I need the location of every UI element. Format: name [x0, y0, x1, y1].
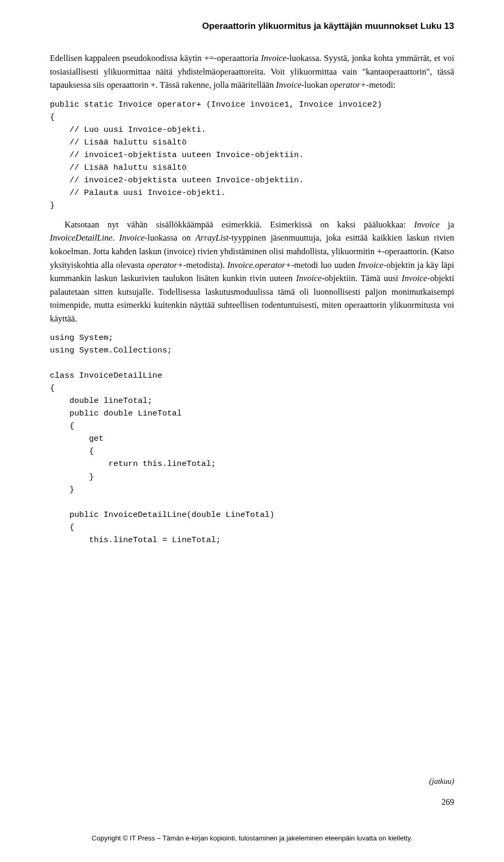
page-number: 269 — [442, 797, 454, 807]
text: -metodi: — [366, 80, 396, 90]
emphasis: Invoice — [358, 260, 384, 270]
emphasis: Invoice — [276, 80, 302, 90]
code-block-1: public static Invoice operator+ (Invoice… — [50, 98, 454, 212]
paragraph-1: Edellisen kappaleen pseudokoodissa käyti… — [50, 51, 454, 92]
emphasis: Invoice — [414, 220, 440, 230]
text: -metodista). — [183, 260, 227, 270]
text: -objektiin. Tämä uusi — [322, 273, 402, 283]
text: Katsotaan nyt vähän sisällökkäämpää esim… — [65, 220, 414, 230]
emphasis: Invoice — [261, 53, 287, 63]
emphasis: Invoice — [402, 273, 427, 283]
emphasis: operator+ — [330, 80, 366, 90]
emphasis: operator+ — [147, 260, 183, 270]
text: -luokassa on — [145, 233, 195, 243]
emphasis: Invoice — [119, 233, 145, 243]
emphasis: ArrayList — [195, 233, 228, 243]
text: -metodi luo uuden — [291, 260, 358, 270]
emphasis: Invoice.operator+ — [227, 260, 291, 270]
chapter-header: Operaattorin ylikuormitus ja käyttäjän m… — [50, 21, 454, 32]
text: Edellisen kappaleen pseudokoodissa käyti… — [50, 53, 261, 63]
code-block-2: using System; using System.Collections; … — [50, 331, 454, 546]
emphasis: InvoiceDetailLine — [50, 233, 112, 243]
paragraph-2: Katsotaan nyt vähän sisällökkäämpää esim… — [50, 218, 454, 326]
text: ja — [439, 220, 454, 230]
text: -luokan — [301, 80, 330, 90]
emphasis: Invoice — [296, 273, 322, 283]
text: . — [112, 233, 119, 243]
continuation-label: (jatkuu) — [429, 777, 454, 786]
copyright-footer: Copyright © IT Press – Tämän e-kirjan ko… — [0, 834, 504, 842]
